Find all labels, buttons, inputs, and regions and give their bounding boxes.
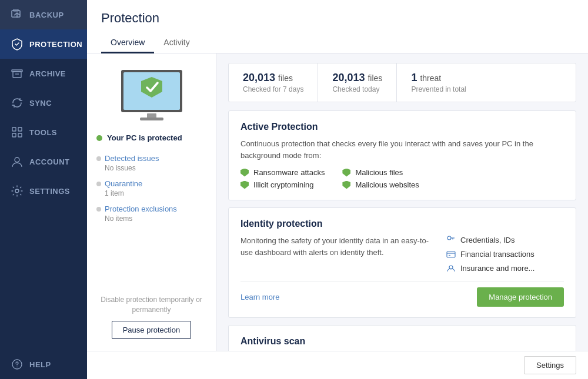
feature-cryptomining: Illicit cryptomining xyxy=(240,180,325,189)
sidebar-item-protection[interactable]: PROTECTION xyxy=(0,29,87,59)
exclusions-label[interactable]: Protection exclusions xyxy=(96,204,206,213)
sidebar-item-tools-label: TOOLS xyxy=(29,128,57,137)
sidebar-item-help[interactable]: HELP xyxy=(0,350,87,379)
identity-feature-credentials: Credentials, IDs xyxy=(446,235,564,244)
content-wrapper: Your PC is protected Detected issues No … xyxy=(87,53,588,351)
page-header: Protection Overview Activity xyxy=(87,0,588,53)
exclusions-section: Protection exclusions No items xyxy=(96,204,206,223)
sidebar-item-archive[interactable]: ARCHIVE xyxy=(0,59,87,88)
stat-threats-number: 1 threat xyxy=(411,72,466,84)
active-protection-card: Active Protection Continuous protection … xyxy=(228,110,576,200)
stat-today-number: 20,013 files xyxy=(332,72,382,84)
stat-threats: 1 threat Prevented in total xyxy=(397,63,480,102)
quarantine-dot xyxy=(96,182,101,186)
sidebar-item-sync[interactable]: SYNC xyxy=(0,88,87,118)
sidebar-item-tools[interactable]: TOOLS xyxy=(0,118,87,147)
svg-point-11 xyxy=(15,189,19,193)
sidebar-item-account-label: ACCOUNT xyxy=(29,157,70,166)
pause-protection-button[interactable]: Pause protection xyxy=(112,321,192,339)
archive-icon xyxy=(11,67,24,80)
svg-rect-15 xyxy=(140,118,163,120)
pause-description: Disable protection temporarily or perman… xyxy=(96,295,206,315)
sidebar: BACKUP PROTECTION ARCHIVE xyxy=(0,0,87,379)
backup-icon xyxy=(11,8,24,21)
identity-card-footer: Learn more Manage protection xyxy=(240,281,564,307)
sidebar-item-backup-label: BACKUP xyxy=(29,11,64,19)
sidebar-item-protection-label: PROTECTION xyxy=(29,40,82,49)
sidebar-item-account[interactable]: ACCOUNT xyxy=(0,147,87,176)
sidebar-item-sync-label: SYNC xyxy=(29,99,52,108)
stat-checked-7days: 20,013 files Checked for 7 days xyxy=(229,63,318,102)
quarantine-label[interactable]: Quarantine xyxy=(96,179,206,188)
shield-icon-malicious-files xyxy=(342,169,350,177)
stat-today-desc: Checked today xyxy=(332,85,382,93)
svg-rect-20 xyxy=(447,251,455,257)
svg-rect-6 xyxy=(12,128,16,131)
detected-issues-section: Detected issues No issues xyxy=(96,154,206,172)
tab-activity[interactable]: Activity xyxy=(154,33,199,53)
quarantine-value: 1 item xyxy=(96,189,206,197)
manage-protection-button[interactable]: Manage protection xyxy=(477,287,564,307)
credentials-icon xyxy=(446,235,456,244)
tools-icon xyxy=(11,126,24,139)
status-indicator: Your PC is protected xyxy=(96,133,182,142)
sidebar-item-settings-label: SETTINGS xyxy=(29,187,70,196)
shield-icon-ransomware xyxy=(240,169,249,177)
sidebar-item-archive-label: ARCHIVE xyxy=(29,69,66,78)
identity-left: Monitoring the safety of your identity d… xyxy=(240,235,435,273)
main-content: Protection Overview Activity xyxy=(87,0,588,379)
settings-button[interactable]: Settings xyxy=(524,356,576,374)
left-panel: Your PC is protected Detected issues No … xyxy=(87,53,216,351)
identity-desc: Monitoring the safety of your identity d… xyxy=(240,235,435,258)
identity-card-inner: Monitoring the safety of your identity d… xyxy=(240,235,564,273)
account-icon xyxy=(11,155,24,168)
exclusions-value: No items xyxy=(96,214,206,223)
svg-rect-9 xyxy=(18,133,22,137)
shield-icon-malicious-websites xyxy=(342,181,350,189)
detected-issues-value: No issues xyxy=(96,164,206,172)
identity-feature-insurance: Insurance and more... xyxy=(446,263,564,273)
learn-more-link[interactable]: Learn more xyxy=(240,293,279,301)
detected-issues-label[interactable]: Detected issues xyxy=(96,154,206,163)
stat-threats-desc: Prevented in total xyxy=(411,85,466,93)
sidebar-item-help-label: HELP xyxy=(29,360,51,369)
tab-overview[interactable]: Overview xyxy=(101,33,154,53)
feature-malicious-websites: Malicious websites xyxy=(342,180,419,189)
antivirus-scan-card: Antivirus scan On-demand protection that… xyxy=(228,325,576,351)
antivirus-title: Antivirus scan xyxy=(240,336,564,347)
feature-malicious-files: Malicious files xyxy=(342,168,419,177)
sync-icon xyxy=(11,96,24,109)
svg-rect-8 xyxy=(12,133,16,137)
svg-point-13 xyxy=(16,367,17,367)
active-protection-desc: Continuous protection that checks every … xyxy=(240,138,564,161)
footer-bar: Settings xyxy=(87,351,588,379)
settings-gear-icon xyxy=(11,185,24,197)
svg-rect-7 xyxy=(18,128,22,131)
right-panel: 20,013 files Checked for 7 days 20,013 f… xyxy=(216,53,588,351)
identity-protection-title: Identity protection xyxy=(240,219,564,229)
detected-issues-dot xyxy=(96,156,101,161)
financial-icon xyxy=(446,249,456,259)
help-icon xyxy=(11,358,24,371)
stat-checked-today: 20,013 files Checked today xyxy=(318,63,397,102)
active-protection-title: Active Protection xyxy=(240,122,564,132)
sidebar-item-backup[interactable]: BACKUP xyxy=(0,0,87,29)
active-protection-features: Ransomware attacks Illicit cryptomining … xyxy=(240,168,564,189)
feature-ransomware: Ransomware attacks xyxy=(240,168,325,177)
insurance-icon xyxy=(446,263,456,273)
sidebar-item-settings[interactable]: SETTINGS xyxy=(0,176,87,206)
shield-icon-cryptomining xyxy=(240,181,249,189)
identity-right: Credentials, IDs Financial transactions xyxy=(446,235,564,273)
svg-rect-14 xyxy=(147,113,156,118)
monitor-illustration xyxy=(116,65,187,124)
feature-col-1: Ransomware attacks Illicit cryptomining xyxy=(240,168,325,189)
svg-point-10 xyxy=(15,157,19,162)
stat-7days-desc: Checked for 7 days xyxy=(243,85,303,93)
stat-7days-number: 20,013 files xyxy=(243,72,303,84)
status-dot xyxy=(96,135,102,141)
identity-feature-financial: Financial transactions xyxy=(446,249,564,259)
stats-row: 20,013 files Checked for 7 days 20,013 f… xyxy=(228,63,576,102)
exclusions-dot xyxy=(96,207,101,212)
page-title: Protection xyxy=(101,11,574,26)
feature-col-2: Malicious files Malicious websites xyxy=(342,168,419,189)
